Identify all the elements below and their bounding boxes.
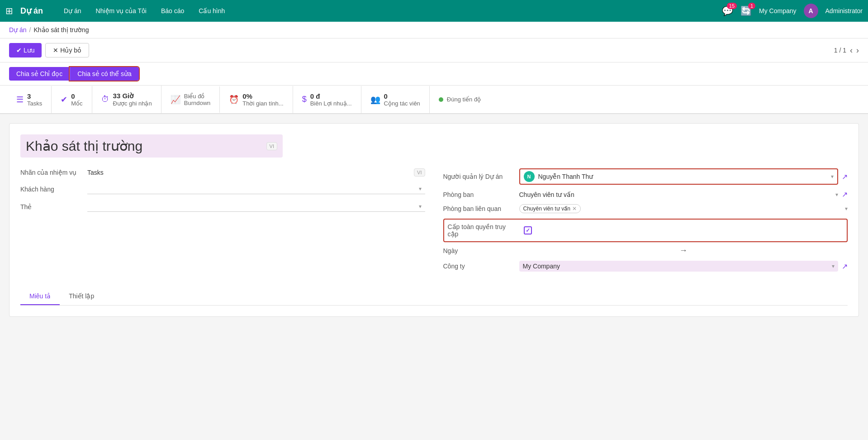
field-congty: Công ty My Company ▾ ↗ <box>443 261 848 272</box>
captoanquyen-row: Cấp toàn quyền truycập ✓ <box>448 223 844 238</box>
tasks-info: 3 Tasks <box>27 92 42 107</box>
congty-label: Công ty <box>443 263 516 270</box>
khachhang-label: Khách hàng <box>20 186 84 193</box>
phongban-external-link[interactable]: ↗ <box>842 190 848 199</box>
thoigian-count: 0% <box>242 92 283 100</box>
save-button[interactable]: ✔ Lưu <box>9 43 42 57</box>
share-editable-button[interactable]: Chia sẻ có thể sửa <box>70 67 139 81</box>
congtacvien-label: Cộng tác viên <box>384 100 420 107</box>
breadcrumb-separator: / <box>29 26 31 33</box>
phongban-text[interactable]: Chuyên viên tư vấn <box>519 191 574 198</box>
stat-tabs: ☰ 3 Tasks ✔ 0 Mốc ⏱ 33 Giờ Được ghi nhận… <box>0 86 868 114</box>
pagination-prev[interactable]: ‹ <box>850 46 853 55</box>
main-content: Khảo sát thị trường VI Nhãn của nhiệm vụ… <box>0 114 868 326</box>
breadcrumb-current: Khảo sát thị trường <box>33 26 89 33</box>
left-actions: ✔ Lưu ✕ Hủy bỏ <box>9 43 89 57</box>
tag-remove[interactable]: ✕ <box>572 206 577 212</box>
nhan-value[interactable]: Tasks <box>87 169 410 176</box>
pagination: 1 / 1 ‹ › <box>834 46 859 55</box>
the-select[interactable]: ▾ <box>87 201 425 212</box>
field-khachhang: Khách hàng ▾ <box>20 184 425 194</box>
loinhuan-label: Biên Lợi nhuậ... <box>310 100 352 107</box>
ngay-arrow: → <box>679 246 688 255</box>
company-name[interactable]: My Company <box>759 7 796 14</box>
gio-label: Được ghi nhận <box>113 100 152 107</box>
breadcrumb-parent[interactable]: Dự án <box>9 26 27 33</box>
manager-avatar: N <box>524 171 535 182</box>
phongban-label: Phòng ban <box>443 191 516 198</box>
share-bar: Chia sẻ Chỉ đọc Chia sẻ có thể sửa <box>0 62 868 86</box>
burndown-label2: Burndown <box>184 100 211 106</box>
stat-tab-tasks[interactable]: ☰ 3 Tasks <box>7 86 52 113</box>
nav-nhiem-vu[interactable]: Nhiệm vụ của Tôi <box>90 5 153 17</box>
tasks-label: Tasks <box>27 100 42 107</box>
phongban-caret: ▾ <box>835 191 838 198</box>
tasks-icon: ☰ <box>16 95 24 105</box>
field-phongban: Phòng ban Chuyên viên tư vấn ▾ ↗ <box>443 190 848 199</box>
chat-notification[interactable]: 💬 15 <box>722 5 733 16</box>
nhan-label: Nhãn của nhiệm vụ <box>20 169 84 176</box>
stat-tab-moc[interactable]: ✔ 0 Mốc <box>52 86 92 113</box>
field-nguoiquanly: Người quản lý Dự án N Nguyễn Thanh Thư ▾… <box>443 168 848 185</box>
stat-tab-loinhuan[interactable]: $ 0 đ Biên Lợi nhuậ... <box>293 86 361 113</box>
form-col-right: Người quản lý Dự án N Nguyễn Thanh Thư ▾… <box>443 168 848 277</box>
cancel-button[interactable]: ✕ Hủy bỏ <box>45 43 89 57</box>
admin-name[interactable]: Administrator <box>825 7 863 14</box>
congty-caret: ▾ <box>832 263 835 269</box>
congty-external-link[interactable]: ↗ <box>842 262 848 271</box>
gio-count: 33 Giờ <box>113 92 152 100</box>
tag-text: Chuyên viên tư vấn <box>523 206 570 212</box>
nguoiquanly-external-link[interactable]: ↗ <box>842 172 848 181</box>
congtacvien-count: 0 <box>384 92 420 100</box>
the-caret: ▾ <box>419 203 422 210</box>
clock-count: 1 <box>748 3 755 9</box>
clock-notification[interactable]: 🔄 1 <box>740 5 752 16</box>
ngay-label: Ngày <box>443 247 516 254</box>
nav-cau-hinh[interactable]: Cấu hình <box>192 5 231 17</box>
stat-tab-congtacvien[interactable]: 👥 0 Cộng tác viên <box>361 86 430 113</box>
stat-tab-gio[interactable]: ⏱ 33 Giờ Được ghi nhận <box>92 86 161 113</box>
tiendo-dot <box>439 97 443 102</box>
congty-value: My Company <box>523 263 560 270</box>
congty-select[interactable]: My Company ▾ <box>519 261 839 272</box>
loinhuan-icon: $ <box>302 95 307 104</box>
tiendo-label: Đúng tiến độ <box>447 96 481 103</box>
moc-label: Mốc <box>71 100 82 107</box>
khachhang-caret: ▾ <box>419 186 422 192</box>
burndown-icon: 📈 <box>171 95 180 105</box>
moc-icon: ✔ <box>61 95 67 105</box>
tab-mieuta[interactable]: Miêu tả <box>20 288 60 305</box>
stat-tab-burndown[interactable]: 📈 Biểu đồ Burndown <box>161 86 220 113</box>
loinhuan-count: 0 đ <box>310 92 352 100</box>
app-grid-icon[interactable]: ⊞ <box>5 5 13 16</box>
gio-icon: ⏱ <box>101 95 109 104</box>
nav-bao-cao[interactable]: Báo cáo <box>155 5 190 17</box>
stat-tab-tiendo[interactable]: Đúng tiến độ <box>430 90 490 109</box>
action-bar: ✔ Lưu ✕ Hủy bỏ 1 / 1 ‹ › <box>0 38 868 62</box>
tag-chip-chuyenvien: Chuyên viên tư vấn ✕ <box>519 204 581 213</box>
avatar[interactable]: A <box>804 4 818 18</box>
manager-name[interactable]: Nguyễn Thanh Thư <box>538 173 593 180</box>
nguoiquanly-label: Người quản lý Dự án <box>443 173 516 180</box>
project-title[interactable]: Khảo sát thị trường <box>26 138 261 154</box>
form-columns: Nhãn của nhiệm vụ Tasks VI Khách hàng ▾ … <box>20 168 848 277</box>
moc-info: 0 Mốc <box>71 92 82 107</box>
congtacvien-info: 0 Cộng tác viên <box>384 92 420 107</box>
share-readonly-button[interactable]: Chia sẻ Chỉ đọc <box>9 67 70 81</box>
breadcrumb: Dự án / Khảo sát thị trường <box>0 22 868 38</box>
captoanquyen-checkbox[interactable]: ✓ <box>524 226 532 234</box>
nav-du-an[interactable]: Dự án <box>57 5 88 17</box>
khachhang-select[interactable]: ▾ <box>87 184 425 194</box>
stat-tab-thoigian[interactable]: ⏰ 0% Thời gian tính... <box>220 86 293 113</box>
captoanquyen-label: Cấp toàn quyền truycập <box>448 223 520 238</box>
phongbanlienquan-value: Chuyên viên tư vấn ✕ ▾ <box>519 204 848 213</box>
brand-title: Dự án <box>20 6 43 16</box>
tab-thietlap[interactable]: Thiết lập <box>60 288 103 305</box>
pagination-next[interactable]: › <box>856 46 859 55</box>
phongbanlienquan-label: Phòng ban liên quan <box>443 205 516 212</box>
tasks-count: 3 <box>27 92 42 100</box>
nav-links: Dự án Nhiệm vụ của Tôi Báo cáo Cấu hình <box>57 5 718 17</box>
field-nhan: Nhãn của nhiệm vụ Tasks VI <box>20 168 425 177</box>
loinhuan-info: 0 đ Biên Lợi nhuậ... <box>310 92 352 107</box>
nhan-vi: VI <box>414 168 425 177</box>
